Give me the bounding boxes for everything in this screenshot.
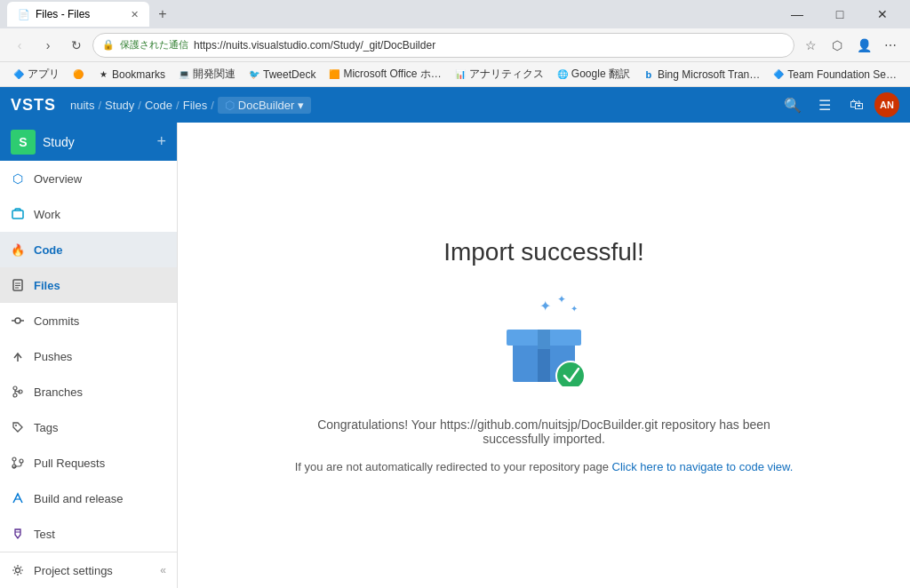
sidebar-project[interactable]: S Study +	[0, 123, 177, 161]
pushes-icon	[11, 349, 25, 363]
breadcrumb-study[interactable]: Study	[105, 99, 134, 112]
bookmark-analytics-label: アナリティクス	[469, 67, 544, 82]
back-button[interactable]: ‹	[7, 33, 32, 58]
sidebar-code-label: Code	[34, 243, 63, 257]
tags-icon	[11, 420, 25, 434]
bookmark-dev[interactable]: 💻 開発関連	[172, 65, 241, 83]
sidebar-buildrelease-label: Build and release	[34, 492, 123, 505]
sidebar-item-build-release[interactable]: Build and release	[0, 481, 177, 516]
code-view-link[interactable]: Click here to navigate to code view.	[612, 460, 794, 473]
refresh-button[interactable]: ↻	[64, 33, 89, 58]
search-button[interactable]: 🔍	[778, 91, 807, 119]
sidebar-commits-label: Commits	[34, 314, 79, 328]
avatar[interactable]: AN	[874, 92, 899, 117]
sidebar-item-pull-requests[interactable]: Pull Requests	[0, 445, 177, 481]
tweetdeck-icon: 🐦	[248, 68, 260, 81]
project-icon: S	[11, 130, 36, 155]
bookmark-bing-label: Bing Microsoft Tran…	[658, 68, 760, 81]
bookmark-tfs-label: Team Foundation Se…	[787, 68, 897, 81]
bookmark-orange[interactable]: 🟠	[67, 67, 90, 83]
new-tab-button[interactable]: +	[153, 4, 172, 24]
address-bar[interactable]: 🔒 保護された通信 https://nuits.visualstudio.com…	[92, 33, 794, 58]
minimize-button[interactable]: —	[777, 0, 818, 28]
bookmark-translate[interactable]: 🌐 Google 翻訳	[551, 65, 635, 83]
url-display: https://nuits.visualstudio.com/Study/_gi…	[194, 39, 435, 52]
svg-point-15	[20, 459, 23, 463]
forward-button[interactable]: ›	[36, 33, 60, 58]
orange-icon: 🟠	[72, 68, 84, 81]
sidebar-branches-label: Branches	[34, 385, 83, 399]
project-name: Study	[43, 135, 75, 149]
tfs-icon: 🔷	[772, 68, 785, 81]
extensions-button[interactable]: ⬡	[825, 33, 850, 58]
secure-icon: 🔒	[102, 39, 115, 51]
bookmark-apps-label: アプリ	[28, 67, 60, 82]
bookmark-office[interactable]: 🟧 Microsoft Office ホ…	[323, 65, 446, 83]
browser-tab[interactable]: 📄 Files - Files ✕	[7, 2, 149, 27]
project-settings-label: Project settings	[34, 564, 113, 577]
sidebar-item-files[interactable]: Files	[0, 267, 177, 303]
breadcrumb-repo[interactable]: ⬡ DocBuilder ▾	[218, 97, 312, 114]
basket-button[interactable]: 🛍	[842, 91, 871, 119]
box-illustration	[499, 298, 588, 386]
breadcrumb-nuits[interactable]: nuits	[70, 99, 94, 112]
bookmark-office-label: Microsoft Office ホ…	[343, 67, 441, 82]
import-redirect: If you are not automatically redirected …	[295, 460, 794, 473]
svg-rect-0	[12, 211, 23, 219]
bookmark-star-button[interactable]: ☆	[798, 33, 823, 58]
svg-point-9	[13, 386, 17, 390]
svg-point-19	[16, 568, 20, 573]
tab-close-button[interactable]: ✕	[131, 9, 139, 20]
view-toggle-button[interactable]: ☰	[810, 91, 839, 119]
add-project-button[interactable]: +	[156, 132, 166, 151]
sidebar-item-tags[interactable]: Tags	[0, 409, 177, 445]
collapse-icon[interactable]: «	[160, 564, 166, 576]
sidebar-footer: Project settings «	[0, 552, 177, 588]
sidebar: S Study + ⬡ Overview Work	[0, 123, 178, 588]
bookmark-apps[interactable]: 🔷 アプリ	[7, 65, 65, 83]
bing-icon: b	[643, 68, 655, 81]
settings-icon	[11, 563, 25, 577]
redirect-text: If you are not automatically redirected …	[295, 460, 612, 473]
sidebar-tags-label: Tags	[34, 421, 58, 434]
import-title: Import successful!	[443, 238, 644, 266]
sidebar-pushes-label: Pushes	[34, 350, 72, 363]
commits-icon	[11, 314, 25, 328]
breadcrumb: nuits / Study / Code / Files / ⬡ DocBuil…	[70, 97, 311, 114]
sidebar-item-test[interactable]: Test	[0, 516, 177, 552]
sidebar-item-code[interactable]: 🔥 Code	[0, 232, 177, 267]
project-settings-item[interactable]: Project settings «	[0, 552, 177, 588]
close-button[interactable]: ✕	[862, 0, 903, 28]
app-logo: VSTS	[11, 96, 56, 115]
maximize-button[interactable]: □	[819, 0, 860, 28]
sidebar-item-pushes[interactable]: Pushes	[0, 338, 177, 374]
sidebar-item-commits[interactable]: Commits	[0, 303, 177, 338]
office-icon: 🟧	[328, 68, 340, 81]
svg-point-13	[12, 457, 16, 461]
bookmark-analytics[interactable]: 📊 アナリティクス	[449, 65, 549, 83]
main-content: Import successful! ✦ ✦ ✦	[178, 123, 910, 588]
sidebar-pullrequests-label: Pull Requests	[34, 457, 105, 470]
bookmark-bookmarks[interactable]: ★ Bookmarks	[92, 67, 171, 83]
breadcrumb-code[interactable]: Code	[145, 99, 172, 112]
bookmark-dev-label: 開発関連	[193, 67, 235, 82]
work-icon	[11, 207, 25, 221]
profile-button[interactable]: 👤	[851, 33, 876, 58]
bookmark-bing[interactable]: b Bing Microsoft Tran…	[637, 67, 765, 83]
overview-icon: ⬡	[11, 171, 25, 186]
bookmarks-more-button[interactable]: »	[906, 67, 910, 83]
sidebar-work-label: Work	[34, 208, 60, 221]
sidebar-item-branches[interactable]: Branches	[0, 374, 177, 409]
bookmark-tweetdeck[interactable]: 🐦 TweetDeck	[243, 67, 321, 83]
analytics-icon: 📊	[454, 68, 467, 81]
sidebar-item-work[interactable]: Work	[0, 196, 177, 232]
bookmark-bookmarks-label: Bookmarks	[112, 68, 165, 81]
dev-icon: 💻	[178, 68, 190, 81]
browser-titlebar: 📄 Files - Files ✕ + — □ ✕	[0, 0, 910, 28]
breadcrumb-files[interactable]: Files	[183, 99, 207, 112]
menu-button[interactable]: ⋯	[878, 33, 903, 58]
bookmark-tfs[interactable]: 🔷 Team Foundation Se…	[767, 67, 902, 83]
svg-rect-23	[538, 330, 550, 349]
sidebar-item-overview[interactable]: ⬡ Overview	[0, 161, 177, 196]
browser-action-buttons: ☆ ⬡ 👤 ⋯	[798, 33, 903, 58]
